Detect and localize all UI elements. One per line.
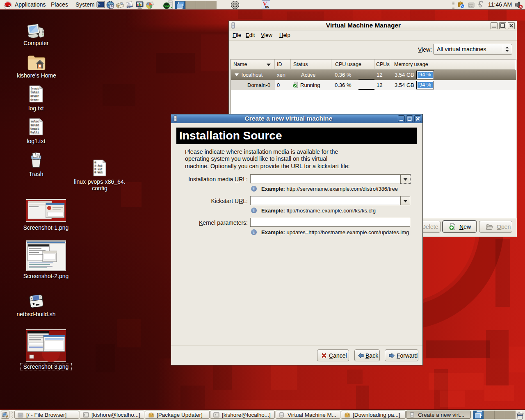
svg-text:selec: selec bbox=[30, 123, 39, 127]
svg-text:selec: selec bbox=[30, 120, 39, 123]
svg-text:[root: [root bbox=[30, 87, 39, 90]
svg-text:# Aut: # Aut bbox=[94, 164, 103, 167]
svg-text:total: total bbox=[30, 91, 39, 94]
svg-text:Falli: Falli bbox=[30, 131, 39, 134]
svg-text:drwxr: drwxr bbox=[30, 94, 39, 98]
svg-text:VM: VM bbox=[164, 5, 169, 7]
svg-text:nc: nc bbox=[265, 5, 269, 9]
svg-text:# Lir: # Lir bbox=[94, 168, 103, 171]
svg-text:drwxr: drwxr bbox=[30, 98, 39, 101]
svg-text:Unabl: Unabl bbox=[30, 127, 39, 130]
svg-text:# Wed: # Wed bbox=[94, 171, 103, 174]
svg-text:#: # bbox=[94, 161, 96, 164]
